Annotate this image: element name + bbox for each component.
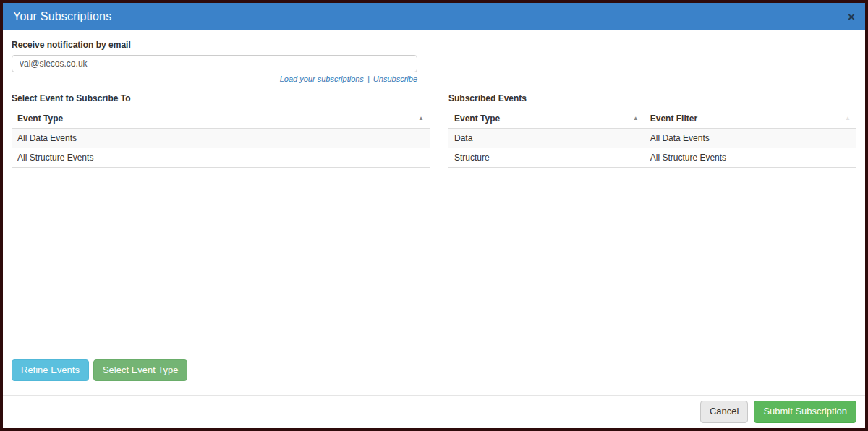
link-separator: |	[367, 74, 370, 83]
refine-events-button[interactable]: Refine Events	[12, 359, 89, 381]
subscribed-event-type-cell[interactable]: Structure	[448, 148, 644, 168]
body-actions: Refine Events Select Event Type	[12, 359, 856, 395]
subscribed-event-filter-header[interactable]: Event Filter ▲	[644, 110, 856, 129]
table-row[interactable]: All Data Events	[12, 129, 430, 148]
sort-icon-inactive[interactable]: ▲	[845, 115, 851, 121]
email-label: Receive notification by email	[12, 40, 856, 50]
subscribed-events-table: Event Type ▲ Event Filter ▲	[448, 110, 856, 168]
available-event-cell[interactable]: All Structure Events	[12, 148, 430, 168]
subscribed-event-filter-header-label: Event Filter	[650, 114, 697, 124]
modal-title: Your Subscriptions	[13, 10, 111, 23]
modal-body: Receive notification by email Load your …	[3, 30, 865, 395]
subscribed-event-filter-cell[interactable]: All Structure Events	[644, 148, 856, 168]
submit-subscription-button[interactable]: Submit Subscription	[754, 401, 856, 422]
available-events-table: Event Type ▲ All Data Events All Structu…	[12, 110, 430, 168]
unsubscribe-link[interactable]: Unsubscribe	[373, 74, 417, 83]
table-row[interactable]: Data All Data Events	[448, 129, 856, 148]
subscribed-events-caption: Subscribed Events	[448, 93, 856, 103]
table-row[interactable]: All Structure Events	[12, 148, 430, 168]
available-event-cell[interactable]: All Data Events	[12, 129, 430, 148]
cancel-button[interactable]: Cancel	[700, 401, 748, 422]
subscribed-events-panel: Subscribed Events Event Type ▲ Event Fil…	[448, 93, 856, 359]
subscription-links: Load your subscriptions | Unsubscribe	[12, 74, 417, 83]
screen-frame: Your Subscriptions × Receive notificatio…	[0, 0, 868, 431]
subscribed-event-type-header-label: Event Type	[454, 114, 500, 124]
load-subscriptions-link[interactable]: Load your subscriptions	[280, 74, 364, 83]
subscribed-event-type-cell[interactable]: Data	[448, 129, 644, 148]
table-row[interactable]: Structure All Structure Events	[448, 148, 856, 168]
subscribed-event-filter-cell[interactable]: All Data Events	[644, 129, 856, 148]
email-field[interactable]	[12, 55, 417, 72]
available-event-type-header[interactable]: Event Type ▲	[12, 110, 430, 129]
modal-footer: Cancel Submit Subscription	[3, 395, 865, 428]
sort-asc-icon[interactable]: ▲	[418, 115, 424, 121]
modal-header: Your Subscriptions ×	[3, 3, 865, 30]
subscriptions-modal: Your Subscriptions × Receive notificatio…	[3, 3, 865, 428]
close-icon[interactable]: ×	[848, 11, 855, 23]
tables-region: Select Event to Subscribe To Event Type …	[12, 93, 856, 359]
select-event-type-button[interactable]: Select Event Type	[93, 359, 188, 381]
sort-asc-icon[interactable]: ▲	[633, 115, 639, 121]
available-event-type-header-label: Event Type	[17, 114, 63, 124]
available-events-caption: Select Event to Subscribe To	[12, 93, 430, 103]
available-events-panel: Select Event to Subscribe To Event Type …	[12, 93, 430, 359]
subscribed-event-type-header[interactable]: Event Type ▲	[448, 110, 644, 129]
